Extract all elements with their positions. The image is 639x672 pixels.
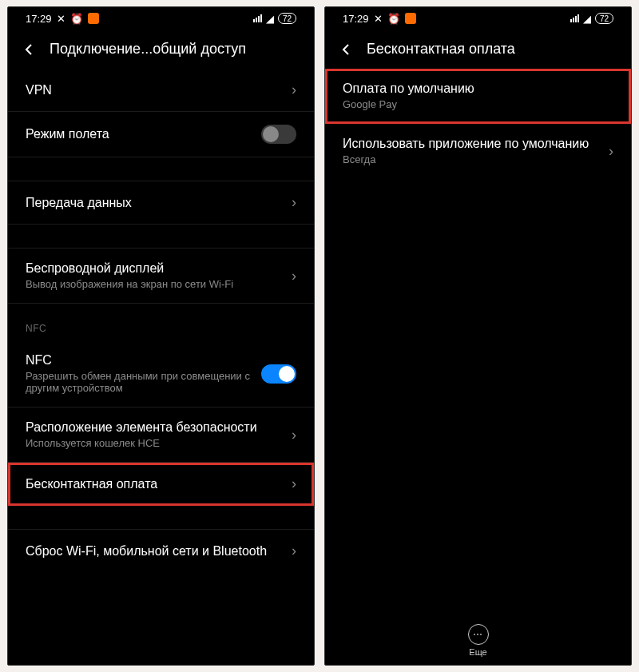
item-label: Беспроводной дисплей xyxy=(26,261,284,276)
chevron-right-icon: › xyxy=(609,143,613,160)
chevron-right-icon: › xyxy=(292,475,296,492)
page-header: Бесконтактная оплата xyxy=(325,30,631,69)
wifi-icon: ◢ xyxy=(266,13,274,25)
chevron-right-icon: › xyxy=(292,427,296,443)
settings-list: Оплата по умолчанию Google Pay Использов… xyxy=(325,69,631,665)
page-header: Подключение...общий доступ xyxy=(8,30,314,69)
item-label: NFC xyxy=(26,353,253,368)
dnd-icon: ✕ xyxy=(374,13,383,25)
phone-left: 17:29 ✕ ⏰ ◢ 72 Подключение...общий досту… xyxy=(7,6,315,666)
back-button[interactable] xyxy=(19,43,38,56)
item-label: Передача данных xyxy=(26,196,284,210)
item-label: Оплата по умолчанию xyxy=(343,82,605,96)
battery-indicator: 72 xyxy=(595,13,613,24)
signal-icon xyxy=(253,14,262,22)
item-subtitle: Всегда xyxy=(343,153,601,165)
status-bar: 17:29 ✕ ⏰ ◢ 72 xyxy=(325,7,631,30)
status-time: 17:29 xyxy=(26,13,52,25)
item-subtitle: Google Pay xyxy=(343,98,605,110)
item-label: Расположение элемента безопасности xyxy=(26,420,284,435)
alarm-icon: ⏰ xyxy=(387,13,400,25)
chevron-left-icon xyxy=(22,43,35,56)
chevron-right-icon: › xyxy=(292,268,296,284)
app-indicator-icon xyxy=(405,13,416,24)
item-nfc[interactable]: NFC Разрешить обмен данными при совмещен… xyxy=(8,340,314,408)
item-subtitle: Используется кошелек HCE xyxy=(26,437,284,449)
dnd-icon: ✕ xyxy=(57,13,65,25)
item-label: Режим полета xyxy=(26,127,253,141)
item-reset-network[interactable]: Сброс Wi-Fi, мобильной сети и Bluetooth … xyxy=(8,530,314,572)
app-indicator-icon xyxy=(88,13,99,24)
item-subtitle: Вывод изображения на экран по сети Wi-Fi xyxy=(26,278,284,290)
chevron-right-icon: › xyxy=(292,82,296,98)
settings-list: VPN › Режим полета Передача данных › Бес… xyxy=(8,69,314,665)
chevron-right-icon: › xyxy=(292,543,296,559)
chevron-right-icon: › xyxy=(292,194,296,211)
item-default-payment[interactable]: Оплата по умолчанию Google Pay xyxy=(325,69,631,124)
wifi-icon: ◢ xyxy=(583,13,591,25)
airplane-toggle[interactable] xyxy=(261,125,296,144)
status-bar: 17:29 ✕ ⏰ ◢ 72 xyxy=(8,7,314,30)
back-button[interactable] xyxy=(336,43,355,56)
item-airplane-mode[interactable]: Режим полета xyxy=(8,112,314,157)
item-secure-element[interactable]: Расположение элемента безопасности Испол… xyxy=(8,408,314,463)
chevron-left-icon xyxy=(339,43,352,56)
section-header-nfc: NFC xyxy=(8,304,314,340)
more-label: Еще xyxy=(469,647,486,657)
item-vpn[interactable]: VPN › xyxy=(8,69,314,112)
item-label: Бесконтактная оплата xyxy=(26,477,284,491)
battery-indicator: 72 xyxy=(278,13,296,24)
alarm-icon: ⏰ xyxy=(70,13,83,25)
status-time: 17:29 xyxy=(343,13,369,25)
item-subtitle: Разрешить обмен данными при совмещении с… xyxy=(26,370,253,394)
more-icon: ⋯ xyxy=(468,624,489,645)
signal-icon xyxy=(570,14,579,22)
nfc-toggle[interactable] xyxy=(261,364,296,384)
item-contactless-payment[interactable]: Бесконтактная оплата › xyxy=(8,463,314,506)
page-title: Бесконтактная оплата xyxy=(367,41,615,58)
item-use-default-app[interactable]: Использовать приложение по умолчанию Все… xyxy=(325,124,631,178)
item-data-usage[interactable]: Передача данных › xyxy=(8,181,314,225)
page-title: Подключение...общий доступ xyxy=(50,41,298,58)
item-label: Сброс Wi-Fi, мобильной сети и Bluetooth xyxy=(26,544,284,559)
item-label: VPN xyxy=(26,83,284,97)
phone-right: 17:29 ✕ ⏰ ◢ 72 Бесконтактная оплата Опла… xyxy=(324,6,632,666)
item-label: Использовать приложение по умолчанию xyxy=(343,137,601,151)
more-button[interactable]: ⋯ Еще xyxy=(325,611,631,665)
item-wireless-display[interactable]: Беспроводной дисплей Вывод изображения н… xyxy=(8,249,314,304)
